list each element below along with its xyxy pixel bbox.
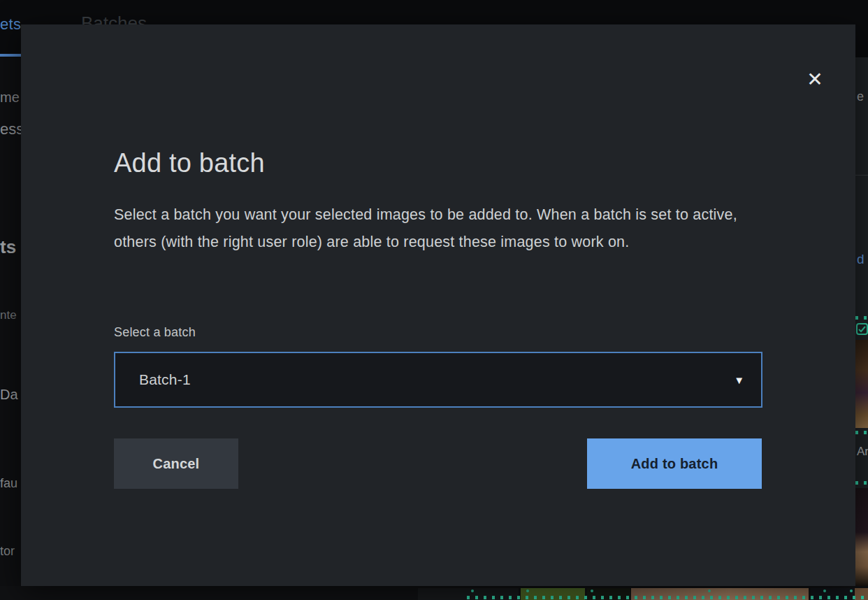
tab-datasets-fragment: ets: [0, 15, 21, 34]
annotation-dot: [591, 590, 593, 592]
close-icon[interactable]: ✕: [802, 67, 827, 92]
chevron-down-icon: ▼: [734, 375, 744, 385]
right-text-fragment: d: [857, 252, 865, 267]
annotation-dot: [850, 590, 853, 592]
dialog-title: Add to batch: [114, 148, 265, 178]
add-to-batch-button[interactable]: Add to batch: [587, 438, 762, 489]
background-bottom-strip: [0, 586, 868, 600]
left-text-fragment: ts: [0, 236, 16, 258]
image-thumbnail-fragment: [855, 488, 868, 586]
dialog-description: Select a batch you want your selected im…: [114, 201, 767, 256]
annotation-dot: [526, 590, 529, 592]
add-to-batch-dialog: ✕ Add to batch Select a batch you want y…: [21, 24, 855, 586]
left-text-fragment: Da: [0, 387, 18, 403]
annotation-dot: [823, 590, 826, 592]
select-batch-label: Select a batch: [114, 325, 196, 340]
annotation-dotted-line: [855, 431, 868, 434]
active-tab-underline: [0, 54, 22, 57]
right-text-fragment: e: [857, 90, 864, 104]
image-thumbnail-fragment: [855, 340, 868, 428]
annotation-dot: [708, 590, 711, 592]
batch-select-value: Batch-1: [139, 371, 191, 388]
left-text-fragment: tor: [0, 544, 15, 559]
cancel-button[interactable]: Cancel: [114, 438, 238, 489]
divider: [855, 175, 868, 176]
annotation-dotted-line: [467, 596, 868, 599]
right-text-fragment: An: [857, 445, 868, 459]
annotation-dotted-line: [855, 481, 868, 485]
background-right-strip: e d An: [855, 57, 868, 586]
left-text-fragment: nte: [0, 308, 17, 322]
left-text-fragment: me: [0, 90, 20, 106]
left-text-fragment: fau: [0, 476, 17, 491]
annotation-dot: [471, 590, 474, 592]
annotation-dotted-line: [855, 316, 868, 320]
batch-select-dropdown[interactable]: Batch-1 ▼: [114, 352, 762, 408]
checkbox-checked-icon: [856, 323, 868, 335]
